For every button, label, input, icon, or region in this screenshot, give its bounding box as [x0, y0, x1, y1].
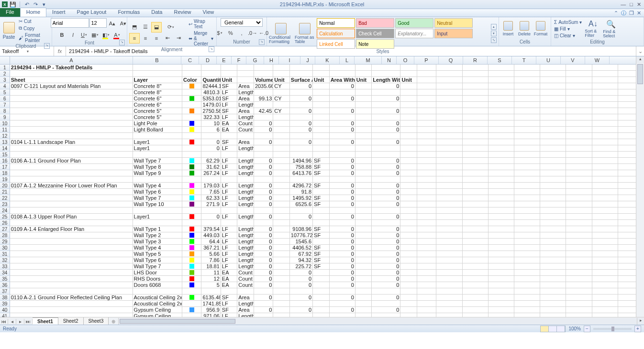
- cell[interactable]: [254, 288, 273, 294]
- view-buttons[interactable]: [540, 326, 566, 332]
- cell[interactable]: Concrete 6": [133, 102, 182, 108]
- cell[interactable]: Length: [237, 170, 254, 176]
- cell[interactable]: [400, 232, 417, 239]
- cell[interactable]: [463, 83, 489, 89]
- cell[interactable]: 2750.58: [201, 108, 221, 114]
- cell[interactable]: [489, 89, 514, 96]
- cell[interactable]: 379.54: [201, 226, 221, 232]
- cell[interactable]: [489, 232, 514, 239]
- cell[interactable]: 0: [330, 257, 355, 263]
- cell[interactable]: [592, 164, 618, 170]
- cell[interactable]: [489, 276, 514, 282]
- cell[interactable]: Unit: [221, 77, 238, 83]
- cell[interactable]: [372, 220, 400, 226]
- cell[interactable]: [355, 276, 372, 282]
- cell[interactable]: 1494.96: [290, 158, 313, 164]
- cell[interactable]: [10, 207, 133, 214]
- cell[interactable]: 2035.66: [254, 83, 273, 89]
- cell[interactable]: 0: [290, 270, 313, 276]
- cell[interactable]: [313, 288, 330, 294]
- cell[interactable]: [514, 65, 540, 71]
- cell[interactable]: [355, 83, 372, 89]
- cell[interactable]: [514, 207, 540, 214]
- cell[interactable]: [400, 307, 417, 313]
- cell[interactable]: [313, 214, 330, 220]
- cell[interactable]: [355, 220, 372, 226]
- cell[interactable]: [540, 71, 566, 77]
- cell[interactable]: [592, 139, 618, 145]
- cell[interactable]: [182, 96, 201, 102]
- row-header[interactable]: 34: [0, 270, 10, 276]
- cell[interactable]: [273, 307, 290, 313]
- cell[interactable]: [592, 307, 618, 313]
- cell[interactable]: [355, 127, 372, 133]
- cell[interactable]: CY: [273, 96, 290, 102]
- cell[interactable]: Length With Slope: [372, 77, 400, 83]
- fill-button[interactable]: ▦Fill▾: [553, 26, 583, 32]
- cell[interactable]: Area: [237, 294, 254, 301]
- row-header[interactable]: 19: [0, 176, 10, 183]
- cell[interactable]: [514, 120, 540, 127]
- cell[interactable]: [400, 195, 417, 201]
- cell[interactable]: [514, 276, 540, 282]
- cell[interactable]: [254, 133, 273, 139]
- cell[interactable]: [436, 245, 462, 251]
- cell[interactable]: [592, 127, 618, 133]
- cell[interactable]: [273, 189, 290, 195]
- cell[interactable]: [182, 232, 201, 239]
- cell[interactable]: Area: [237, 108, 254, 114]
- cell[interactable]: [400, 120, 417, 127]
- cell[interactable]: [417, 251, 436, 257]
- cell[interactable]: [290, 288, 313, 294]
- cell[interactable]: [489, 77, 514, 83]
- cell[interactable]: [417, 176, 436, 183]
- cell[interactable]: 0: [330, 83, 355, 89]
- row-header[interactable]: 40: [0, 307, 10, 313]
- zoom-slider[interactable]: [593, 328, 632, 330]
- sheet-nav-last[interactable]: ⏭: [24, 319, 33, 324]
- cell[interactable]: [133, 133, 182, 139]
- cell[interactable]: [355, 170, 372, 176]
- cell[interactable]: [566, 133, 592, 139]
- cell[interactable]: [417, 307, 436, 313]
- page-break-view-icon[interactable]: [557, 326, 565, 332]
- cell[interactable]: [201, 288, 221, 294]
- cell[interactable]: [254, 152, 273, 158]
- qat-save-icon[interactable]: 💾: [10, 1, 16, 8]
- cell[interactable]: 0: [330, 195, 355, 201]
- cell[interactable]: [400, 176, 417, 183]
- cell[interactable]: 0: [372, 201, 400, 207]
- autosum-button[interactable]: ΣAutoSum▾: [553, 19, 583, 25]
- cell[interactable]: 6135.48: [201, 294, 221, 301]
- cell[interactable]: Length: [237, 245, 254, 251]
- cell[interactable]: [540, 170, 566, 176]
- cell[interactable]: [514, 183, 540, 189]
- tab-view[interactable]: View: [197, 8, 220, 17]
- increase-indent-button[interactable]: ⇥: [173, 33, 184, 44]
- row-header[interactable]: 32: [0, 257, 10, 263]
- cell[interactable]: [463, 207, 489, 214]
- cell[interactable]: SF: [221, 96, 238, 102]
- cell[interactable]: 0: [330, 170, 355, 176]
- cell[interactable]: SF: [313, 226, 330, 232]
- cell[interactable]: EA: [221, 270, 238, 276]
- cell[interactable]: [566, 195, 592, 201]
- cell[interactable]: [182, 108, 201, 114]
- cell[interactable]: 0: [254, 226, 273, 232]
- cell[interactable]: [436, 145, 462, 152]
- cell[interactable]: [566, 294, 592, 301]
- cell[interactable]: [592, 301, 618, 307]
- cell[interactable]: [592, 183, 618, 189]
- cell[interactable]: [313, 145, 330, 152]
- cell[interactable]: [540, 276, 566, 282]
- cell[interactable]: [400, 108, 417, 114]
- cell[interactable]: Length: [237, 89, 254, 96]
- cell[interactable]: 0: [330, 239, 355, 245]
- cell[interactable]: 4406.52: [290, 245, 313, 251]
- cell[interactable]: Wall Type 2: [133, 232, 182, 239]
- cell[interactable]: [566, 245, 592, 251]
- cell[interactable]: LF: [221, 239, 238, 245]
- merge-center-button[interactable]: ⬌Merge & Center▾: [188, 30, 214, 47]
- row-header[interactable]: 4: [0, 83, 10, 89]
- cell[interactable]: [540, 83, 566, 89]
